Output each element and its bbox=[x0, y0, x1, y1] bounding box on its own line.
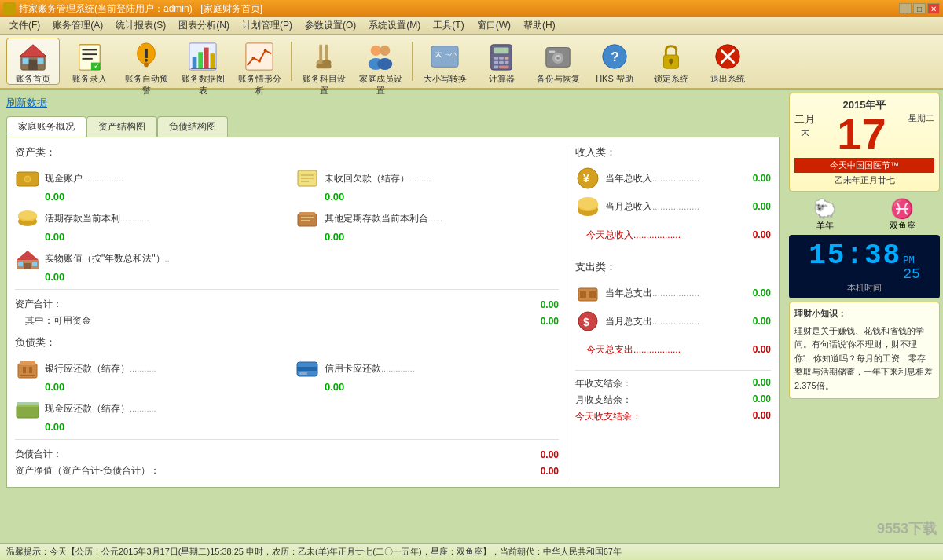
svg-rect-43 bbox=[494, 61, 499, 64]
svg-rect-8 bbox=[83, 58, 93, 60]
menu-charts[interactable]: 图表分析(N) bbox=[172, 17, 236, 34]
monthly-income-item: 当月总收入.................. 0.00 bbox=[575, 194, 771, 219]
svg-rect-52 bbox=[549, 50, 556, 53]
monthly-income-value: 0.00 bbox=[732, 201, 771, 212]
svg-point-14 bbox=[145, 59, 148, 62]
menu-file[interactable]: 文件(F) bbox=[3, 17, 46, 34]
svg-rect-86 bbox=[297, 367, 317, 371]
demand-deposit-label: 活期存款当前本利............ bbox=[45, 212, 149, 225]
toolbar-analysis[interactable]: 账务情形分析 bbox=[233, 38, 286, 85]
demand-deposit-icon bbox=[15, 206, 40, 231]
svg-text:大: 大 bbox=[434, 50, 442, 58]
close-button[interactable]: ✕ bbox=[927, 3, 940, 14]
clock-ampm: PM bbox=[903, 255, 914, 266]
svg-rect-18 bbox=[204, 48, 209, 69]
toolbar-exit-label: 退出系统 bbox=[710, 73, 745, 85]
expense-section: 支出类： 当年总支出.................. 0.00 bbox=[575, 260, 771, 362]
toolbar-home-label: 账务首页 bbox=[16, 73, 50, 85]
watermark: 9553下载 bbox=[877, 519, 937, 538]
annual-expense-label: 当年总支出.................. bbox=[605, 287, 727, 300]
annual-balance-label: 年收支结余： bbox=[575, 377, 632, 390]
clock-label: 本机时间 bbox=[794, 282, 935, 294]
menu-tools[interactable]: 工具(T) bbox=[427, 17, 470, 34]
liability-title: 负债类： bbox=[15, 335, 559, 350]
liability-grid: 银行应还款（结存）........... 0.00 bbox=[15, 356, 559, 433]
liability-bank: 银行应还款（结存）........... 0.00 bbox=[15, 356, 279, 393]
cal-month-col: 二月 大 bbox=[794, 112, 815, 138]
svg-rect-41 bbox=[499, 57, 504, 60]
toolbar-separator-1 bbox=[291, 42, 292, 81]
svg-point-23 bbox=[258, 60, 261, 63]
menu-window[interactable]: 窗口(W) bbox=[471, 17, 517, 34]
pisces-icon: ♓ bbox=[890, 198, 914, 220]
svg-rect-88 bbox=[17, 405, 39, 418]
main-panel: 资产类： 现金账户........... bbox=[6, 137, 780, 488]
cash-loan-value: 0.00 bbox=[45, 421, 64, 433]
tab-asset-structure[interactable]: 资产结构图 bbox=[86, 116, 157, 137]
toolbar-entry[interactable]: ✓ 账务录入 bbox=[63, 38, 116, 85]
annual-expense-icon bbox=[575, 280, 600, 306]
svg-rect-17 bbox=[198, 52, 203, 68]
menu-help[interactable]: 帮助(H) bbox=[517, 17, 562, 34]
today-balance-label: 今天收支结余： bbox=[575, 410, 641, 423]
toolbar-separator-2 bbox=[412, 42, 413, 81]
asset-item-receivable: 未收回欠款（结存）......... 0.00 bbox=[295, 166, 559, 203]
toolbar-backup[interactable]: 备份与恢复 bbox=[531, 38, 585, 85]
monthly-balance-label: 月收支结余： bbox=[575, 393, 632, 407]
minimize-button[interactable]: _ bbox=[899, 3, 912, 14]
menu-plans[interactable]: 计划管理(P) bbox=[236, 17, 299, 34]
tab-bar: 家庭账务概况 资产结构图 负债结构图 bbox=[6, 116, 780, 137]
cash-value: 0.00 bbox=[45, 191, 64, 203]
menu-accounts[interactable]: 账务管理(A) bbox=[46, 17, 109, 34]
toolbar-calculator[interactable]: 计算器 bbox=[475, 38, 528, 85]
convert-icon: 大 → 小 bbox=[429, 42, 460, 71]
toolbar-subjects[interactable]: 账务科目设置 bbox=[297, 38, 350, 85]
svg-text:¥: ¥ bbox=[583, 172, 589, 185]
toolbar-exit[interactable]: 退出系统 bbox=[701, 38, 754, 85]
tip-content: 理财是关于赚钱、花钱和省钱的学问。有句话说'你不理财，财不理你'，你知道吗？每月… bbox=[794, 324, 934, 393]
liability-divider bbox=[15, 439, 559, 440]
tip-title: 理财小知识： bbox=[794, 307, 934, 321]
svg-rect-79 bbox=[32, 262, 37, 266]
backup-icon bbox=[542, 42, 574, 71]
balance-section: 年收支结余： 0.00 月收支结余： 0.00 今天收支结余： 0.00 bbox=[575, 370, 771, 425]
refresh-button[interactable]: 刷新数据 bbox=[6, 96, 780, 110]
menu-reports[interactable]: 统计报表(S) bbox=[109, 17, 172, 34]
toolbar-datachart[interactable]: 账务数据图表 bbox=[176, 38, 229, 85]
today-expense-label: 今天总支出.................. bbox=[586, 343, 727, 357]
maximize-button[interactable]: □ bbox=[913, 3, 926, 14]
toolbar-convert[interactable]: 大 → 小 大小写转换 bbox=[418, 38, 472, 85]
toolbar-alert[interactable]: 账务自动预警 bbox=[119, 38, 173, 85]
home-icon bbox=[17, 42, 49, 71]
toolbar-hks-help[interactable]: ? HKS 帮助 bbox=[588, 38, 641, 85]
asset-item-demand-deposit: 活期存款当前本利............ 0.00 bbox=[15, 206, 279, 243]
subjects-icon bbox=[308, 42, 339, 71]
menu-system[interactable]: 系统设置(M) bbox=[362, 17, 427, 34]
toolbar-members[interactable]: 家庭成员设置 bbox=[354, 38, 407, 85]
tab-liability-structure[interactable]: 负债结构图 bbox=[157, 116, 228, 137]
monthly-expense-icon: $ bbox=[575, 309, 600, 334]
clock-seconds: 25 bbox=[903, 266, 920, 282]
svg-rect-78 bbox=[18, 262, 23, 266]
cash-label: 现金账户................. bbox=[45, 172, 123, 185]
svg-point-51 bbox=[556, 57, 560, 60]
svg-rect-2 bbox=[28, 60, 37, 70]
svg-rect-74 bbox=[301, 220, 310, 221]
analysis-icon bbox=[244, 42, 275, 71]
svg-rect-4 bbox=[38, 58, 44, 64]
asset-grid: 现金账户................. 0.00 bbox=[15, 166, 559, 283]
monthly-expense-label: 当月总支出.................. bbox=[605, 315, 727, 328]
net-assets-value: 0.00 bbox=[541, 466, 559, 477]
calendar-widget: 2015年平 二月 大 17 星期二 今天中国国医节™ 乙未年正月廿七 bbox=[789, 93, 940, 192]
toolbar-lock[interactable]: 锁定系统 bbox=[644, 38, 698, 85]
toolbar-home[interactable]: 账务首页 bbox=[6, 38, 60, 85]
today-income-value: 0.00 bbox=[732, 229, 771, 240]
menu-params[interactable]: 参数设置(O) bbox=[299, 17, 362, 34]
svg-text:小: 小 bbox=[449, 50, 457, 58]
svg-rect-44 bbox=[499, 61, 504, 64]
cal-day-label: 大 bbox=[801, 126, 809, 138]
tab-overview[interactable]: 家庭账务概况 bbox=[6, 116, 86, 137]
cal-month: 二月 bbox=[794, 112, 815, 126]
zodiac-pisces: ♓ 双鱼座 bbox=[890, 198, 915, 232]
menu-bar: 文件(F) 账务管理(A) 统计报表(S) 图表分析(N) 计划管理(P) 参数… bbox=[0, 17, 943, 35]
